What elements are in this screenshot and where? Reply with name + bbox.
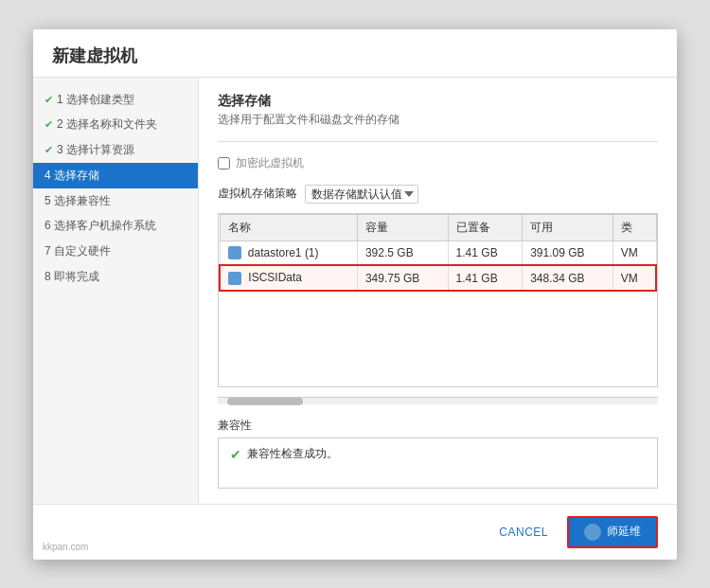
cancel-button[interactable]: CANCEL	[489, 516, 558, 548]
sidebar-item-step7[interactable]: 7 自定义硬件	[33, 239, 198, 264]
sidebar-step4-label: 4 选择存储	[44, 168, 99, 184]
compat-success-text: 兼容性检查成功。	[247, 446, 338, 462]
sidebar-item-step8[interactable]: 8 即将完成	[33, 264, 198, 290]
cell-available: 391.09 GB	[523, 241, 613, 265]
sidebar-item-step4[interactable]: 4 选择存储	[33, 163, 198, 188]
datastore-table-container[interactable]: 名称 容量 已置备 可用 类 datastore1 (1) 392.5 GB	[218, 213, 658, 387]
cell-capacity: 392.5 GB	[357, 241, 448, 265]
next-button-label: 师延维	[607, 524, 641, 540]
sidebar-step3-label: 3 选择计算资源	[57, 142, 134, 158]
sidebar: ✔ 1 选择创建类型 ✔ 2 选择名称和文件夹 ✔ 3 选择计算资源 4 选择存…	[33, 78, 199, 504]
next-button-icon	[584, 524, 601, 541]
sidebar-step5-label: 5 选择兼容性	[44, 193, 111, 209]
sidebar-step6-label: 6 选择客户机操作系统	[44, 218, 156, 234]
sidebar-step8-label: 8 即将完成	[44, 269, 99, 285]
encrypt-label: 加密此虚拟机	[236, 155, 304, 171]
col-available: 可用	[523, 214, 613, 241]
policy-label: 虚拟机存储策略	[218, 186, 297, 202]
cell-capacity: 349.75 GB	[357, 265, 448, 291]
compat-box: ✔ 兼容性检查成功。	[218, 437, 658, 489]
sidebar-item-step6[interactable]: 6 选择客户机操作系统	[33, 213, 198, 239]
cell-provisioned: 1.41 GB	[448, 265, 523, 291]
table-scroll-thumb[interactable]	[227, 398, 303, 405]
next-button[interactable]: 师延维	[567, 516, 658, 548]
sidebar-item-step1[interactable]: ✔ 1 选择创建类型	[33, 87, 198, 113]
col-provisioned: 已置备	[448, 214, 523, 241]
compat-label: 兼容性	[218, 418, 658, 434]
dialog-footer: CANCEL 师延维	[33, 504, 677, 560]
table-header-row: 名称 容量 已置备 可用 类	[220, 214, 656, 241]
check-icon-step1: ✔	[44, 93, 53, 107]
datastore-table: 名称 容量 已置备 可用 类 datastore1 (1) 392.5 GB	[219, 214, 657, 293]
divider	[218, 141, 658, 142]
check-icon-step2: ✔	[44, 117, 53, 132]
section-title: 选择存储	[218, 93, 658, 110]
col-name: 名称	[220, 214, 357, 241]
table-row[interactable]: datastore1 (1) 392.5 GB 1.41 GB 391.09 G…	[220, 241, 656, 265]
check-icon-step3: ✔	[44, 143, 53, 157]
cell-available: 348.34 GB	[523, 265, 613, 291]
sidebar-item-step5[interactable]: 5 选择兼容性	[33, 188, 198, 214]
table-row[interactable]: ISCSIData 349.75 GB 1.41 GB 348.34 GB VM	[220, 265, 656, 291]
cell-provisioned: 1.41 GB	[448, 241, 523, 265]
storage-policy-row: 虚拟机存储策略 数据存储默认认值	[218, 185, 658, 204]
watermark: kkpan.com	[43, 542, 88, 552]
sidebar-step7-label: 7 自定义硬件	[44, 243, 111, 259]
sidebar-item-step3[interactable]: ✔ 3 选择计算资源	[33, 137, 198, 163]
policy-select[interactable]: 数据存储默认认值	[305, 185, 418, 204]
dialog-title: 新建虚拟机	[33, 29, 677, 78]
sidebar-step1-label: 1 选择创建类型	[57, 92, 134, 108]
cell-type: VM	[612, 265, 656, 291]
compatibility-section: 兼容性 ✔ 兼容性检查成功。	[218, 418, 658, 489]
section-subtitle: 选择用于配置文件和磁盘文件的存储	[218, 112, 658, 128]
col-capacity: 容量	[357, 214, 448, 241]
sidebar-step2-label: 2 选择名称和文件夹	[57, 116, 157, 133]
main-content: 选择存储 选择用于配置文件和磁盘文件的存储 加密此虚拟机 虚拟机存储策略 数据存…	[199, 78, 677, 504]
cell-name: datastore1 (1)	[220, 241, 357, 265]
encrypt-row: 加密此虚拟机	[218, 155, 658, 171]
new-vm-dialog: 新建虚拟机 ✔ 1 选择创建类型 ✔ 2 选择名称和文件夹 ✔ 3 选择计算资源	[33, 29, 677, 560]
cell-type: VM	[612, 241, 656, 265]
table-scrollbar[interactable]	[218, 397, 658, 404]
sidebar-item-step2[interactable]: ✔ 2 选择名称和文件夹	[33, 112, 198, 137]
compat-check-icon: ✔	[230, 447, 241, 462]
col-type: 类	[612, 214, 656, 241]
encrypt-checkbox[interactable]	[218, 157, 230, 169]
cell-name: ISCSIData	[220, 265, 357, 291]
